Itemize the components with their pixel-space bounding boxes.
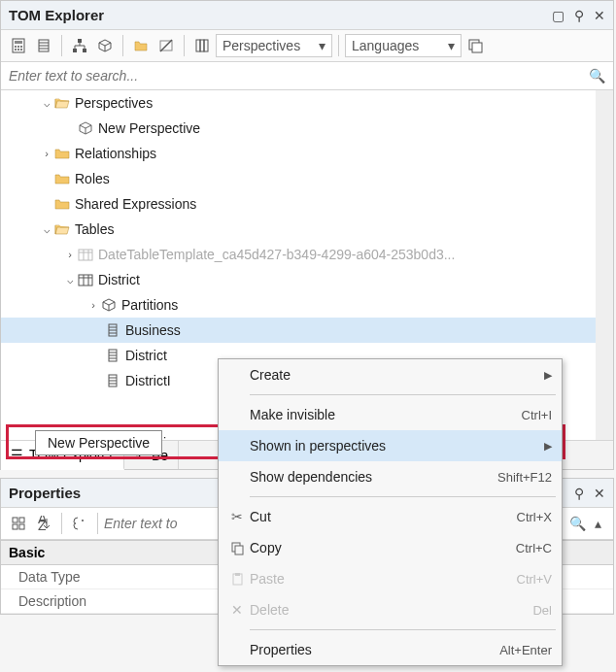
- column-icon: [104, 323, 121, 337]
- svg-point-6: [17, 49, 19, 50]
- list-icon: ☰: [11, 447, 23, 462]
- expander-icon[interactable]: ⌵: [40, 223, 53, 236]
- tree-node-tables[interactable]: ⌵Tables: [1, 217, 596, 242]
- scroll-up-icon[interactable]: ▴: [588, 516, 607, 531]
- svg-rect-1: [15, 41, 22, 44]
- pin-icon[interactable]: ⚲: [574, 486, 584, 501]
- perspective-cube-icon: [77, 121, 94, 135]
- chevron-down-icon: ▾: [319, 38, 325, 53]
- tool-columns-toggle-icon[interactable]: [190, 34, 214, 57]
- tool-calc-icon[interactable]: [7, 34, 30, 57]
- expander-icon[interactable]: ›: [63, 249, 77, 260]
- tree-node-district[interactable]: ⌵District: [1, 267, 596, 292]
- tool-column-icon[interactable]: [32, 34, 55, 57]
- categorized-icon[interactable]: [7, 512, 30, 535]
- menu-separator: [250, 629, 556, 630]
- tool-folder-icon[interactable]: [129, 34, 153, 57]
- svg-point-4: [20, 46, 22, 48]
- delete-icon: ✕: [224, 602, 250, 618]
- table-icon: [77, 273, 94, 286]
- menu-item-properties[interactable]: PropertiesAlt+Enter: [219, 634, 562, 665]
- collapse-panel-icon[interactable]: ▢: [552, 8, 565, 23]
- svg-rect-30: [79, 275, 92, 286]
- svg-point-2: [15, 46, 17, 48]
- svg-rect-51: [19, 518, 24, 522]
- menu-item-create[interactable]: Create▶: [219, 359, 562, 390]
- search-bar: 🔍: [1, 62, 613, 90]
- cube-icon: [100, 298, 118, 312]
- svg-rect-26: [79, 250, 92, 260]
- column-icon: [104, 349, 121, 362]
- svg-rect-23: [204, 40, 208, 51]
- svg-point-3: [17, 46, 19, 48]
- copy-icon: [224, 541, 250, 555]
- panel-header: TOM Explorer ▢ ⚲ ✕: [1, 1, 613, 30]
- scroll-up-icon[interactable]: ▴: [596, 90, 613, 108]
- menu-separator: [250, 496, 556, 497]
- submenu-arrow-icon: ▶: [544, 440, 552, 453]
- folder-open-icon: [53, 222, 71, 236]
- search-icon[interactable]: 🔍: [569, 516, 586, 531]
- tree-node-roles[interactable]: Roles: [1, 166, 596, 191]
- svg-rect-12: [78, 39, 82, 43]
- svg-point-56: [82, 520, 84, 521]
- properties-title: Properties: [9, 485, 81, 501]
- scroll-down-icon[interactable]: ▾: [596, 422, 613, 440]
- svg-rect-14: [83, 49, 86, 52]
- context-menu: Create▶ Make invisibleCtrl+I Shown in pe…: [218, 358, 563, 666]
- close-panel-icon[interactable]: ✕: [594, 486, 605, 501]
- menu-item-cut[interactable]: ✂CutCtrl+X: [219, 501, 562, 532]
- folder-icon: [53, 172, 71, 185]
- svg-text:Z: Z: [38, 518, 47, 531]
- menu-item-copy[interactable]: CopyCtrl+C: [219, 532, 562, 563]
- expander-icon[interactable]: ⌵: [63, 274, 77, 286]
- tool-windows-icon[interactable]: [463, 34, 487, 57]
- svg-rect-60: [235, 573, 240, 576]
- folder-icon: [53, 147, 71, 160]
- menu-item-delete: ✕DeleteDel: [219, 594, 562, 625]
- table-icon: [77, 248, 94, 261]
- annotation-perspective-label: New Perspective: [35, 430, 162, 455]
- svg-rect-50: [13, 518, 17, 522]
- column-icon: [104, 374, 121, 387]
- paste-icon: [224, 572, 250, 587]
- svg-rect-52: [13, 524, 17, 529]
- svg-rect-13: [73, 49, 77, 52]
- expander-icon[interactable]: ›: [86, 299, 100, 311]
- search-input[interactable]: [9, 68, 589, 84]
- tool-hierarchy-icon[interactable]: [68, 34, 91, 57]
- close-panel-icon[interactable]: ✕: [594, 8, 605, 23]
- svg-rect-58: [235, 546, 243, 554]
- alphabetical-icon[interactable]: AZ: [32, 512, 55, 535]
- tool-cube-icon[interactable]: [93, 34, 117, 57]
- svg-rect-22: [200, 40, 204, 51]
- cut-icon: ✂: [224, 509, 250, 524]
- menu-separator: [250, 394, 556, 395]
- languages-dropdown[interactable]: Languages▾: [345, 34, 462, 57]
- perspectives-dropdown[interactable]: Perspectives▾: [216, 34, 332, 57]
- search-icon[interactable]: 🔍: [589, 68, 605, 84]
- expander-icon[interactable]: ›: [40, 148, 53, 159]
- tree-node-shared-expressions[interactable]: Shared Expressions: [1, 191, 596, 217]
- menu-item-show-dependencies[interactable]: Show dependenciesShift+F12: [219, 461, 562, 492]
- tree-node-relationships[interactable]: ›Relationships: [1, 141, 596, 166]
- tree-node-perspectives[interactable]: ⌵Perspectives: [1, 90, 596, 116]
- chevron-down-icon: ▾: [448, 38, 455, 53]
- pin-icon[interactable]: ⚲: [574, 8, 584, 23]
- tree-node-new-perspective[interactable]: New Perspective: [1, 116, 596, 141]
- tree-node-column-business[interactable]: Business: [1, 318, 596, 343]
- svg-rect-53: [19, 524, 24, 529]
- svg-line-20: [160, 40, 172, 51]
- submenu-arrow-icon: ▶: [544, 369, 552, 382]
- menu-item-make-invisible[interactable]: Make invisibleCtrl+I: [219, 399, 562, 430]
- menu-item-shown-in-perspectives[interactable]: Shown in perspectives▶: [219, 430, 562, 461]
- svg-point-5: [15, 49, 17, 50]
- expression-icon[interactable]: [68, 512, 91, 535]
- svg-point-7: [20, 49, 22, 50]
- menu-item-paste: PasteCtrl+V: [219, 563, 562, 594]
- tree-node-partitions[interactable]: ›Partitions: [1, 292, 596, 318]
- tool-hidden-icon[interactable]: [154, 34, 178, 57]
- tree-node-date-template[interactable]: ›DateTableTemplate_ca45d427-b349-4299-a6…: [1, 242, 596, 267]
- expander-icon[interactable]: ⌵: [40, 97, 53, 110]
- toolbar: Perspectives▾ Languages▾: [1, 30, 613, 62]
